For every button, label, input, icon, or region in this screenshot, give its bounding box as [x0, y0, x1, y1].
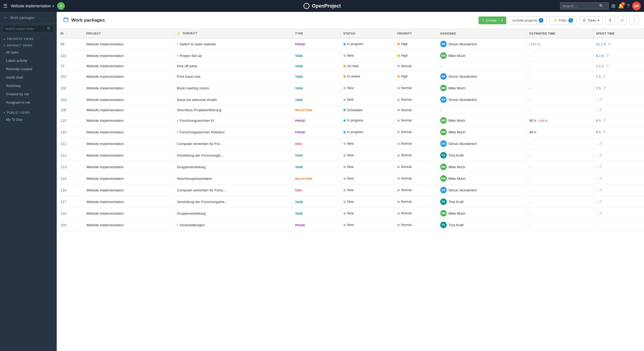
view-type-button[interactable]: ☰ Table ▾: [579, 16, 603, 24]
work-package-id-link[interactable]: 117: [60, 200, 66, 204]
global-add-button[interactable]: +: [57, 2, 65, 10]
log-time-icon[interactable]: ⏱: [599, 98, 602, 102]
col-assignee[interactable]: ASSIGNEE: [437, 29, 527, 38]
priority-text: Normal: [401, 211, 412, 215]
log-time-icon[interactable]: ⏱: [599, 211, 602, 215]
log-time-icon[interactable]: ⏱: [599, 200, 602, 204]
more-options-button[interactable]: ⋮: [629, 16, 639, 25]
work-package-id-link[interactable]: 103: [60, 98, 66, 102]
include-projects-button[interactable]: Include projects 1: [509, 16, 547, 25]
cell-project: Website implementation: [83, 208, 174, 219]
log-time-icon[interactable]: ⏱: [603, 119, 606, 123]
filter-button[interactable]: ⚡ Filter 1: [550, 16, 577, 25]
user-avatar[interactable]: OP: [632, 2, 641, 10]
work-package-id-link[interactable]: 112: [60, 153, 66, 157]
cell-project: Website implementation: [83, 94, 174, 106]
expand-icon[interactable]: ▾: [177, 130, 178, 134]
work-package-id-link[interactable]: 99: [60, 42, 64, 46]
status-text: New: [347, 165, 354, 169]
info-button[interactable]: ℹ: [606, 16, 615, 25]
priority-dot-icon: [397, 99, 400, 101]
cell-project: Website implementation: [83, 184, 174, 196]
col-id[interactable]: ID ↑: [58, 29, 83, 38]
assignee-avatar: TK: [440, 198, 447, 205]
work-package-id-link[interactable]: 115: [60, 119, 66, 123]
expand-icon[interactable]: ▾: [177, 42, 178, 46]
sidebar-section-public[interactable]: ▾ PUBLIC VIEWS: [0, 109, 56, 115]
type-badge: TASK: [295, 98, 303, 102]
cell-estimated-time: -: [527, 173, 593, 184]
sidebar-resizer[interactable]: [57, 12, 58, 351]
sidebar-section-favorite[interactable]: ▸ FAVORITE VIEWS: [0, 35, 56, 42]
log-time-icon[interactable]: ⏱: [606, 64, 609, 68]
work-package-id-link[interactable]: 113: [60, 165, 66, 169]
col-estimated-time[interactable]: ESTIMATED TIME: [527, 29, 593, 38]
notifications-button[interactable]: 🔔 9: [618, 3, 624, 9]
log-time-icon[interactable]: ⏱: [599, 177, 602, 181]
sidebar-item-gantt-chart[interactable]: Gantt chart: [0, 73, 56, 82]
col-spent-time[interactable]: SPENT TIME: [593, 29, 644, 38]
work-package-id-link[interactable]: 114: [60, 177, 66, 181]
status-dot-icon: [343, 99, 346, 101]
work-package-id-link[interactable]: 102: [60, 86, 66, 90]
status-text: In progress: [347, 130, 363, 134]
work-package-id-link[interactable]: 110: [60, 130, 66, 134]
cell-project: Website implementation: [83, 138, 174, 150]
sidebar-back-nav[interactable]: ← Work packages: [0, 12, 56, 23]
cell-subject: Vorstellung der Forschungsthe...: [174, 196, 292, 208]
more-icon: ⋮: [632, 18, 636, 23]
global-search-box[interactable]: 🔍: [560, 2, 609, 9]
search-icon: 🔍: [599, 4, 604, 8]
sidebar-item-assigned-to-me[interactable]: Assigned to me: [0, 98, 56, 107]
log-time-icon[interactable]: ⏱: [599, 142, 602, 146]
help-icon[interactable]: ?: [627, 3, 629, 9]
col-project[interactable]: PROJECT: [83, 29, 174, 38]
log-time-icon[interactable]: ⏱: [599, 165, 602, 169]
log-time-icon[interactable]: ⏱: [599, 153, 602, 157]
sidebar-back-label: Work packages: [10, 16, 34, 20]
expand-icon[interactable]: ▾: [177, 223, 178, 227]
sidebar-item-created-by-me[interactable]: Created by me: [0, 90, 56, 98]
expand-icon[interactable]: ▾: [177, 119, 178, 122]
sidebar-item-my-todos[interactable]: My To Dos: [0, 115, 56, 124]
sidebar-item-recently-created[interactable]: Recently created: [0, 65, 56, 73]
sidebar-item-latest-activity[interactable]: Latest activity: [0, 56, 56, 65]
sidebar-item-summary[interactable]: Summary: [0, 82, 56, 90]
work-package-id-link[interactable]: 105: [60, 108, 66, 112]
col-subject[interactable]: ⚡ SUBJECT: [174, 29, 292, 38]
create-button[interactable]: + Create ▾: [479, 16, 506, 24]
work-package-id-link[interactable]: 116: [60, 188, 66, 192]
col-type[interactable]: TYPE: [292, 29, 341, 38]
fullscreen-button[interactable]: ⤢: [618, 16, 627, 25]
log-time-icon[interactable]: ⏱: [603, 75, 606, 79]
hamburger-icon[interactable]: ☰: [3, 3, 8, 9]
work-package-id-link[interactable]: 111: [60, 142, 66, 146]
log-time-icon[interactable]: ⏱: [608, 42, 611, 46]
status-text: New: [347, 223, 354, 227]
global-search-input[interactable]: [562, 4, 598, 8]
col-priority[interactable]: PRIORITY: [394, 29, 437, 38]
sidebar-section-default[interactable]: ▾ DEFAULT VIEWS: [0, 42, 56, 48]
sidebar-search-input[interactable]: [5, 27, 45, 31]
assignee-name: Simon Wunderlich: [449, 98, 477, 102]
table-row: 116Website implementationComputer einric…: [58, 184, 644, 196]
work-package-id-link[interactable]: 104: [60, 223, 66, 227]
log-time-icon[interactable]: ⏱: [603, 86, 606, 90]
work-package-id-link[interactable]: 122: [60, 54, 66, 58]
work-package-id-link[interactable]: 73: [60, 64, 64, 68]
log-time-icon[interactable]: ⏱: [599, 188, 602, 192]
work-package-id-link[interactable]: 101: [60, 75, 66, 79]
sidebar-item-all-open[interactable]: All open: [0, 48, 56, 56]
grid-icon[interactable]: ⊞: [611, 3, 615, 9]
sidebar-search-box[interactable]: 🔍: [3, 25, 54, 32]
priority-dot-icon: [397, 166, 400, 168]
log-time-icon[interactable]: ⏱: [599, 108, 602, 112]
log-time-icon[interactable]: ⏱: [606, 54, 609, 58]
expand-icon[interactable]: ▾: [177, 54, 178, 58]
cell-subject: Kick-off party: [174, 62, 292, 71]
cell-id: 73: [58, 62, 83, 71]
work-package-id-link[interactable]: 118: [60, 211, 66, 215]
project-selector[interactable]: Website implementation ▾: [11, 4, 54, 8]
log-time-icon[interactable]: ⏱: [603, 130, 606, 134]
col-status[interactable]: STATUS: [341, 29, 395, 38]
